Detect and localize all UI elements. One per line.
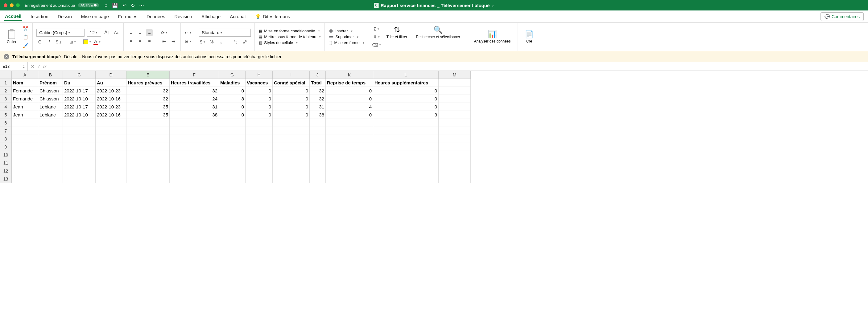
- data-cell[interactable]: [219, 143, 246, 151]
- font-color-button[interactable]: A: [93, 38, 100, 45]
- header-cell[interactable]: Du: [63, 79, 96, 87]
- data-cell[interactable]: [126, 151, 169, 159]
- autosave-toggle[interactable]: ACTIVÉ: [78, 3, 99, 7]
- decrease-font-icon[interactable]: A↓: [113, 29, 120, 36]
- data-cell[interactable]: [326, 135, 373, 143]
- data-cell[interactable]: [169, 151, 219, 159]
- data-cell[interactable]: [246, 159, 273, 167]
- data-cell[interactable]: [96, 167, 126, 175]
- data-cell[interactable]: 0: [373, 103, 439, 111]
- data-cell[interactable]: 2022-10-16: [96, 95, 126, 103]
- header-cell[interactable]: Congé spécial: [273, 79, 310, 87]
- data-cell[interactable]: [126, 175, 169, 183]
- number-format-select[interactable]: Standard: [199, 29, 251, 37]
- data-cell[interactable]: [373, 175, 439, 183]
- tab-accueil[interactable]: Accueil: [4, 12, 22, 21]
- font-name-select[interactable]: Calibri (Corps): [36, 29, 85, 37]
- italic-button[interactable]: I: [45, 38, 53, 45]
- data-cell[interactable]: [326, 159, 373, 167]
- data-cell[interactable]: 35: [126, 111, 169, 119]
- data-cell[interactable]: [373, 119, 439, 127]
- align-right-icon[interactable]: ≡: [146, 38, 153, 45]
- data-cell[interactable]: 0: [273, 95, 310, 103]
- data-cell[interactable]: 32: [126, 87, 169, 95]
- name-box-stepper[interactable]: ▲▼: [23, 64, 25, 69]
- data-cell[interactable]: 0: [273, 111, 310, 119]
- bold-button[interactable]: G: [36, 38, 43, 45]
- data-cell[interactable]: [219, 127, 246, 135]
- data-cell[interactable]: Leblanc: [38, 103, 63, 111]
- data-cell[interactable]: [96, 151, 126, 159]
- data-cell[interactable]: 31: [310, 103, 326, 111]
- data-cell[interactable]: Fernande: [12, 87, 38, 95]
- data-cell[interactable]: [63, 167, 96, 175]
- data-cell[interactable]: [219, 135, 246, 143]
- cancel-formula-icon[interactable]: ✕: [31, 64, 35, 69]
- data-cell[interactable]: 0: [246, 87, 273, 95]
- row-header[interactable]: 10: [0, 151, 12, 159]
- data-cell[interactable]: [439, 143, 471, 151]
- data-cell[interactable]: [126, 159, 169, 167]
- data-cell[interactable]: 0: [273, 103, 310, 111]
- align-bottom-icon[interactable]: ≡: [146, 29, 153, 36]
- data-cell[interactable]: [219, 119, 246, 127]
- row-header[interactable]: 6: [0, 119, 12, 127]
- data-cell[interactable]: 32: [126, 95, 169, 103]
- column-header-A[interactable]: A: [12, 71, 38, 79]
- header-cell[interactable]: Vacances: [246, 79, 273, 87]
- data-cell[interactable]: [273, 127, 310, 135]
- data-cell[interactable]: [310, 151, 326, 159]
- data-cell[interactable]: [439, 127, 471, 135]
- data-cell[interactable]: [326, 167, 373, 175]
- data-cell[interactable]: [439, 175, 471, 183]
- data-cell[interactable]: [219, 159, 246, 167]
- data-cell[interactable]: [12, 151, 38, 159]
- data-cell[interactable]: [246, 135, 273, 143]
- data-cell[interactable]: 2022-10-23: [96, 103, 126, 111]
- fx-icon[interactable]: fx: [43, 64, 46, 69]
- column-header-E[interactable]: E: [126, 71, 169, 79]
- row-header[interactable]: 3: [0, 95, 12, 103]
- data-cell[interactable]: Chiasson: [38, 95, 63, 103]
- data-cell[interactable]: [12, 127, 38, 135]
- data-cell[interactable]: [273, 159, 310, 167]
- data-cell[interactable]: [310, 143, 326, 151]
- data-cell[interactable]: [126, 127, 169, 135]
- decrease-indent-icon[interactable]: ⇤: [161, 38, 167, 45]
- data-cell[interactable]: 32: [310, 95, 326, 103]
- format-cells-button[interactable]: ⬚Mise en forme: [329, 40, 364, 45]
- header-cell[interactable]: Total: [310, 79, 326, 87]
- fill-button[interactable]: ⬇: [372, 34, 381, 40]
- document-title[interactable]: X Rapport service finances _ Téléverseme…: [374, 3, 494, 8]
- data-cell[interactable]: [373, 159, 439, 167]
- paste-button[interactable]: Coller: [4, 29, 20, 44]
- data-cell[interactable]: [12, 175, 38, 183]
- row-header[interactable]: 4: [0, 103, 12, 111]
- cut-icon[interactable]: ✂️: [22, 25, 29, 32]
- tab-affichage[interactable]: Affichage: [201, 13, 221, 20]
- clear-button[interactable]: ⌫: [372, 42, 381, 48]
- data-cell[interactable]: [63, 119, 96, 127]
- data-cell[interactable]: Fernande: [12, 95, 38, 103]
- column-header-B[interactable]: B: [38, 71, 63, 79]
- data-cell[interactable]: [439, 167, 471, 175]
- tab-mise-en-page[interactable]: Mise en page: [81, 13, 110, 20]
- data-cell[interactable]: [439, 119, 471, 127]
- data-cell[interactable]: 32: [169, 87, 219, 95]
- close-message-icon[interactable]: ✕: [4, 54, 9, 60]
- data-cell[interactable]: [310, 159, 326, 167]
- tab-formules[interactable]: Formules: [118, 13, 138, 20]
- data-cell[interactable]: [169, 167, 219, 175]
- data-cell[interactable]: 38: [310, 111, 326, 119]
- data-cell[interactable]: 0: [273, 87, 310, 95]
- row-header[interactable]: 1: [0, 79, 12, 87]
- data-cell[interactable]: [38, 175, 63, 183]
- fill-color-button[interactable]: [83, 38, 91, 45]
- data-cell[interactable]: [373, 167, 439, 175]
- data-cell[interactable]: [38, 167, 63, 175]
- align-middle-icon[interactable]: ≡: [137, 29, 144, 36]
- comma-style-button[interactable]: ,: [217, 38, 224, 45]
- column-header-K[interactable]: K: [326, 71, 373, 79]
- data-cell[interactable]: [126, 135, 169, 143]
- cell-styles-button[interactable]: ▥Styles de cellule: [258, 40, 321, 45]
